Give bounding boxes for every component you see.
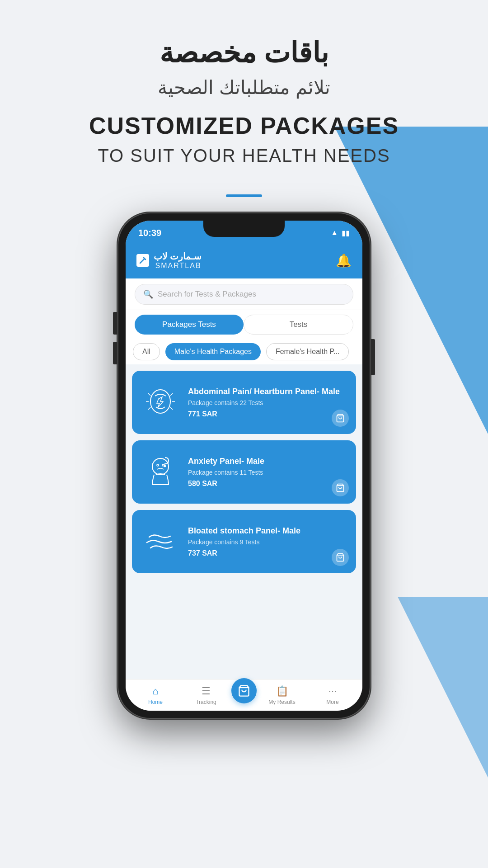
- tab-packages-tests[interactable]: Packages Tests: [135, 315, 244, 335]
- svg-point-13: [164, 466, 166, 467]
- header-section: باقات مخصصة تلائم متطلباتك الصحية CUSTOM…: [0, 27, 488, 175]
- abdominal-info: Abdominal Pain/ Heartburn Panel- Male Pa…: [181, 387, 348, 418]
- anxiety-title: Anxiety Panel- Male: [188, 456, 348, 467]
- svg-line-5: [148, 407, 150, 410]
- nav-tracking[interactable]: ☰ Tracking: [181, 685, 231, 705]
- pencil-icon: [139, 257, 146, 264]
- app-logo: سـمارت لاب SMARTLAB: [154, 251, 202, 270]
- nav-my-results[interactable]: 📋 My Results: [257, 685, 307, 705]
- package-card-abdominal[interactable]: Abdominal Pain/ Heartburn Panel- Male Pa…: [132, 371, 356, 434]
- phone-screen: 10:39 ▲ ▮▮ سـمارت لاب: [126, 221, 362, 711]
- anxiety-info: Anxiety Panel- Male Package contains 11 …: [181, 456, 348, 487]
- header-divider: [226, 194, 262, 197]
- nav-home[interactable]: ⌂ Home: [130, 685, 181, 705]
- svg-line-8: [170, 407, 173, 410]
- anxiety-add-cart-button[interactable]: [332, 479, 349, 496]
- logo-arabic-text: سـمارت لاب: [154, 251, 202, 262]
- english-title: CUSTOMIZED PACKAGES: [9, 112, 479, 139]
- abdominal-add-cart-button[interactable]: [332, 410, 349, 427]
- stomach-svg: [142, 384, 178, 420]
- arabic-subtitle: تلائم متطلباتك الصحية: [9, 76, 479, 99]
- bloated-subtitle: Package contains 9 Tests: [188, 538, 348, 546]
- package-card-anxiety[interactable]: Anxiety Panel- Male Package contains 11 …: [132, 440, 356, 504]
- search-icon: 🔍: [143, 289, 153, 299]
- filter-females-health-label: Female's Health P...: [276, 348, 340, 356]
- svg-point-10: [152, 458, 169, 475]
- battery-icon: ▮▮: [342, 229, 350, 237]
- svg-line-0: [140, 259, 145, 263]
- nav-more-label: More: [326, 699, 338, 705]
- anxiety-price: 580 SAR: [188, 480, 348, 488]
- packages-list: Abdominal Pain/ Heartburn Panel- Male Pa…: [126, 364, 362, 679]
- more-icon: ···: [328, 685, 337, 697]
- search-placeholder: Search for Tests & Packages: [158, 290, 256, 299]
- power-button: [371, 339, 375, 375]
- anxiety-subtitle: Package contains 11 Tests: [188, 469, 348, 476]
- tab-packages-tests-label: Packages Tests: [162, 320, 216, 329]
- bloated-price: 737 SAR: [188, 549, 348, 557]
- bloated-title: Bloated stomach Panel- Male: [188, 526, 348, 536]
- logo-row: سـمارت لاب SMARTLAB: [136, 251, 202, 270]
- nav-cart-icon: [238, 684, 250, 697]
- nav-home-label: Home: [148, 699, 163, 705]
- svg-line-6: [170, 393, 173, 396]
- phone-notch: [203, 221, 285, 237]
- package-card-bloated[interactable]: Bloated stomach Panel- Male Package cont…: [132, 510, 356, 573]
- bloated-svg: [142, 524, 178, 560]
- abdominal-title: Abdominal Pain/ Heartburn Panel- Male: [188, 387, 348, 397]
- nav-tracking-label: Tracking: [196, 699, 216, 705]
- filter-all[interactable]: All: [133, 343, 160, 360]
- status-icons: ▲ ▮▮: [331, 229, 350, 237]
- nav-cart-button[interactable]: [231, 678, 257, 703]
- abdominal-icon: [140, 382, 181, 423]
- toggle-tabs: Packages Tests Tests: [126, 310, 362, 339]
- bloated-add-cart-button[interactable]: [332, 549, 349, 566]
- filter-all-label: All: [142, 348, 150, 356]
- triangle-decoration-2: [398, 597, 488, 778]
- cart-icon-2: [336, 483, 345, 492]
- filter-males-health-label: Male's Health Packages: [174, 348, 252, 356]
- wifi-icon: ▲: [331, 229, 338, 237]
- my-results-icon: 📋: [276, 685, 288, 697]
- side-buttons-left: [113, 312, 117, 364]
- tab-tests-label: Tests: [290, 320, 308, 329]
- nav-my-results-label: My Results: [268, 699, 295, 705]
- filter-females-health[interactable]: Female's Health P...: [266, 343, 349, 360]
- tracking-icon: ☰: [202, 685, 211, 697]
- notification-bell-icon[interactable]: 🔔: [336, 253, 352, 268]
- search-bar[interactable]: 🔍 Search for Tests & Packages: [135, 284, 353, 305]
- svg-line-3: [148, 393, 150, 396]
- filter-males-health[interactable]: Male's Health Packages: [165, 343, 261, 360]
- anxiety-icon: [140, 452, 181, 492]
- phone-frame: 10:39 ▲ ▮▮ سـمارت لاب: [117, 212, 371, 719]
- volume-up-button: [113, 312, 117, 335]
- bloated-icon: [140, 521, 181, 562]
- search-section: 🔍 Search for Tests & Packages: [126, 278, 362, 310]
- anxiety-svg: [142, 454, 178, 490]
- bottom-nav: ⌂ Home ☰ Tracking 📋 My Results: [126, 679, 362, 711]
- cart-icon-3: [336, 553, 345, 562]
- cart-icon: [336, 414, 345, 423]
- logo-english-text: SMARTLAB: [155, 262, 202, 270]
- status-time: 10:39: [138, 228, 161, 238]
- home-icon: ⌂: [152, 685, 158, 697]
- abdominal-price: 771 SAR: [188, 410, 348, 418]
- phone-wrapper: 10:39 ▲ ▮▮ سـمارت لاب: [117, 212, 371, 719]
- logo-icon: [136, 254, 149, 267]
- tab-tests[interactable]: Tests: [244, 315, 353, 335]
- volume-down-button: [113, 342, 117, 364]
- bloated-info: Bloated stomach Panel- Male Package cont…: [181, 526, 348, 557]
- filter-pills: All Male's Health Packages Female's Heal…: [126, 339, 362, 364]
- arabic-title: باقات مخصصة: [9, 36, 479, 69]
- svg-point-12: [162, 464, 164, 466]
- english-subtitle: TO SUIT YOUR HEALTH NEEDS: [9, 146, 479, 166]
- nav-more[interactable]: ··· More: [307, 685, 358, 705]
- app-header: سـمارت لاب SMARTLAB 🔔: [126, 242, 362, 278]
- abdominal-subtitle: Package contains 22 Tests: [188, 399, 348, 406]
- svg-point-11: [157, 464, 159, 466]
